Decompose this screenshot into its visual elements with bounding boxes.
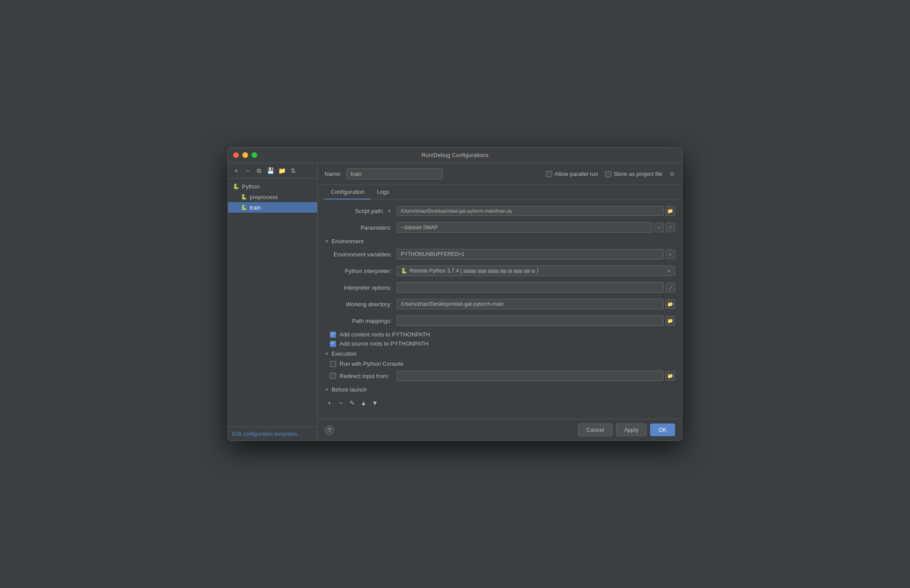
script-path-row: Script path: ▼ 📁 [325, 205, 675, 217]
working-dir-input[interactable] [397, 299, 664, 309]
before-launch-title: Before launch [332, 386, 367, 393]
tabs-bar: Configuration Logs [318, 185, 682, 200]
path-mappings-input[interactable] [397, 315, 664, 326]
execution-section-header[interactable]: ▼ Execution [325, 350, 675, 357]
minimize-button[interactable] [242, 152, 248, 158]
before-launch-down-button[interactable]: ▼ [370, 398, 380, 408]
before-launch-arrow: ▼ [325, 387, 329, 392]
before-launch-header[interactable]: ▼ Before launch [325, 386, 675, 393]
form-area: Script path: ▼ 📁 Parameters: + [318, 200, 682, 419]
allow-parallel-label[interactable]: Allow parallel run [546, 171, 598, 177]
blur-4 [500, 270, 507, 273]
tab-configuration[interactable]: Configuration [325, 185, 371, 200]
name-input[interactable] [346, 168, 443, 179]
main-content: + − ⧉ 💾 📁 ⇅ 🐍 Python 🐍 preprocess [228, 163, 682, 441]
add-source-roots-label[interactable]: Add source roots to PYTHONPATH [340, 340, 428, 347]
script-path-input[interactable] [397, 206, 664, 216]
env-vars-input[interactable] [397, 249, 664, 259]
script-path-label: Script path: ▼ [325, 208, 397, 214]
sidebar-toolbar: + − ⧉ 💾 📁 ⇅ [228, 163, 317, 178]
interpreter-select[interactable]: 🐍 Remote Python 3.7.4 ( [397, 266, 675, 276]
maximize-button[interactable] [252, 152, 257, 158]
bottom-bar: ? Cancel Apply OK [318, 419, 682, 441]
add-content-roots-checkbox[interactable] [330, 332, 336, 338]
sidebar-footer: Edit configuration templates... [228, 427, 317, 441]
save-config-button[interactable]: 💾 [266, 166, 275, 175]
edit-templates-link[interactable]: Edit configuration templates... [232, 431, 301, 437]
run-python-console-checkbox[interactable] [330, 361, 336, 367]
add-source-roots-checkbox[interactable] [330, 341, 336, 347]
environment-section-header[interactable]: ▼ Environment [325, 238, 675, 245]
sidebar-item-preprocess[interactable]: 🐍 preprocess [228, 192, 317, 202]
redirect-input-input[interactable] [397, 371, 664, 381]
add-source-roots-row: Add source roots to PYTHONPATH [330, 340, 675, 347]
header-options: Allow parallel run Store as project file… [546, 171, 675, 178]
name-label: Name: [325, 171, 341, 177]
sidebar-tree: 🐍 Python 🐍 preprocess 🐍 train [228, 178, 317, 427]
before-launch-remove-button[interactable]: − [336, 398, 346, 408]
interpreter-value: Remote Python 3.7.4 ( [410, 268, 664, 274]
ok-button[interactable]: OK [650, 424, 675, 436]
help-button[interactable]: ? [325, 425, 334, 435]
bottom-help: ? [325, 425, 334, 435]
parameters-label: Parameters: [325, 224, 397, 231]
path-mappings-row: Path mappings: 📁 [325, 315, 675, 327]
run-python-console-label[interactable]: Run with Python Console [340, 360, 403, 367]
remove-config-button[interactable]: − [243, 166, 252, 175]
path-mappings-browse-button[interactable]: 📁 [665, 316, 675, 326]
before-launch-section: ▼ Before launch + − ✎ ▲ ▼ [325, 386, 675, 410]
parameters-row: Parameters: + ⤢ [325, 221, 675, 234]
train-icon: 🐍 [240, 204, 247, 211]
before-launch-up-button[interactable]: ▲ [359, 398, 368, 408]
python-group-header[interactable]: 🐍 Python [228, 181, 317, 192]
script-path-browse-button[interactable]: 📁 [665, 206, 675, 216]
blur-6 [514, 270, 522, 273]
copy-config-button[interactable]: ⧉ [254, 166, 264, 175]
cancel-button[interactable]: Cancel [578, 424, 612, 436]
interp-options-input[interactable] [397, 282, 664, 293]
sidebar: + − ⧉ 💾 📁 ⇅ 🐍 Python 🐍 preprocess [228, 163, 318, 441]
path-mappings-field: 📁 [397, 315, 675, 326]
params-fullscreen-button[interactable]: ⤢ [665, 223, 675, 232]
apply-button[interactable]: Apply [616, 424, 647, 436]
params-expand-button[interactable]: + [654, 223, 664, 232]
parameters-input[interactable] [397, 222, 652, 233]
working-dir-row: Working directory: 📁 [325, 298, 675, 310]
add-config-button[interactable]: + [231, 166, 241, 175]
redirect-input-browse-button[interactable]: 📁 [665, 371, 675, 381]
preprocess-icon: 🐍 [240, 193, 247, 200]
blur-1 [463, 270, 476, 273]
redirect-input-label[interactable]: Redirect input from: [340, 373, 389, 379]
close-button[interactable] [233, 152, 239, 158]
env-vars-edit-button[interactable]: ≡ [665, 249, 675, 259]
store-project-checkbox[interactable] [605, 171, 611, 177]
run-python-console-row: Run with Python Console [330, 360, 675, 367]
redirect-input-checkbox[interactable] [330, 373, 336, 379]
add-content-roots-label[interactable]: Add content roots to PYTHONPATH [340, 331, 430, 338]
sort-config-button[interactable]: ⇅ [288, 166, 298, 175]
sidebar-item-train[interactable]: 🐍 train [228, 202, 317, 213]
folder-config-button[interactable]: 📁 [277, 166, 287, 175]
tab-logs[interactable]: Logs [371, 185, 395, 200]
allow-parallel-checkbox[interactable] [546, 171, 552, 177]
before-launch-add-button[interactable]: + [325, 398, 334, 408]
redirect-input-field: 📁 [397, 371, 675, 381]
interp-options-expand-button[interactable]: ⤢ [665, 283, 675, 292]
working-dir-browse-button[interactable]: 📁 [665, 299, 675, 309]
before-launch-edit-button[interactable]: ✎ [347, 398, 357, 408]
interpreter-python-icon: 🐍 [401, 268, 407, 274]
script-path-chevron-icon: ▼ [387, 209, 392, 214]
python-interp-field: 🐍 Remote Python 3.7.4 ( [397, 266, 675, 276]
store-project-label[interactable]: Store as project file [605, 171, 662, 177]
dialog-title: Run/Debug Configurations [421, 152, 488, 158]
working-dir-label: Working directory: [325, 301, 397, 308]
window-controls [233, 152, 257, 158]
redirect-input-row: Redirect input from: 📁 [325, 370, 675, 382]
launch-toolbar: + − ✎ ▲ ▼ [325, 396, 675, 410]
settings-gear-icon[interactable]: ⚙ [669, 171, 675, 178]
script-path-field: 📁 [397, 206, 675, 216]
env-vars-label: Environment variables: [325, 251, 397, 258]
working-dir-field: 📁 [397, 299, 675, 309]
blur-5 [508, 270, 512, 273]
blur-3 [488, 270, 499, 273]
